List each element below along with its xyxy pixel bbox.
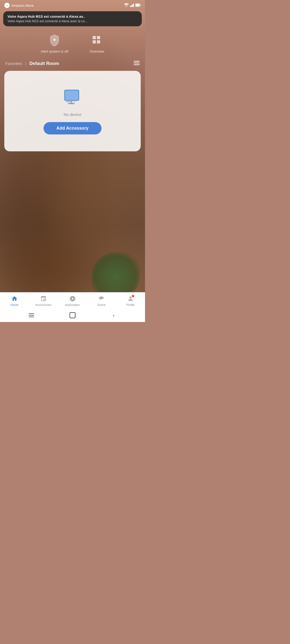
svg-rect-12 xyxy=(134,61,140,62)
nav-accessories[interactable]: Accessories xyxy=(35,295,52,306)
back-chevron-icon: ‹ xyxy=(113,313,114,318)
nav-profile[interactable]: Profile xyxy=(122,295,139,306)
wifi-icon xyxy=(124,3,129,8)
nav-home[interactable]: Home xyxy=(6,295,23,306)
room-menu-icon[interactable] xyxy=(134,60,140,67)
bottom-nav: Home Accessories Automation Scene xyxy=(0,292,145,309)
svg-point-22 xyxy=(69,101,70,102)
nav-automation[interactable]: Automation xyxy=(64,295,81,306)
no-device-text: No device xyxy=(64,112,82,117)
svg-point-21 xyxy=(68,101,69,102)
home-icon xyxy=(11,295,18,302)
notification-card[interactable]: Votre Aqara Hub M1S est connecté à Alexa… xyxy=(3,11,142,26)
svg-point-7 xyxy=(53,39,56,41)
add-accessory-button[interactable]: Add Accessory xyxy=(44,122,102,134)
svg-rect-14 xyxy=(134,64,140,65)
recent-apps-button[interactable] xyxy=(27,311,35,319)
signal-icon xyxy=(130,3,134,8)
svg-rect-18 xyxy=(68,103,75,104)
accessories-label: Accessories xyxy=(35,303,51,306)
home-label: Home xyxy=(10,303,18,306)
current-room: Default Room xyxy=(30,61,130,66)
alexa-logo: ○ xyxy=(4,3,10,8)
svg-rect-3 xyxy=(133,3,134,7)
status-bar: ○ Amazon Alexa xyxy=(0,0,145,10)
svg-rect-16 xyxy=(65,91,78,100)
status-bar-right xyxy=(124,3,141,8)
svg-point-20 xyxy=(67,101,67,102)
device-card: No device Add Accessory xyxy=(4,71,141,151)
favorites-tab[interactable]: Favorites xyxy=(5,61,22,66)
svg-rect-1 xyxy=(131,5,132,7)
notification-subtitle: Votre Aqara Hub M1S est connecté à Alexa… xyxy=(8,19,137,23)
automation-label: Automation xyxy=(65,303,80,306)
profile-icon xyxy=(127,295,134,302)
overview-label: Overview xyxy=(90,49,104,53)
device-icon xyxy=(62,88,83,107)
alert-system-item[interactable]: Alert system is off xyxy=(41,33,68,53)
app-name: Amazon Alexa xyxy=(11,3,34,8)
alert-system-icon xyxy=(48,33,61,47)
scene-icon xyxy=(98,295,105,302)
svg-rect-8 xyxy=(93,36,96,39)
accessories-icon xyxy=(40,295,47,302)
scene-label: Scene xyxy=(97,303,106,306)
automation-icon xyxy=(69,295,76,302)
quick-actions: Alert system is off Overview xyxy=(0,28,145,58)
svg-rect-6 xyxy=(136,4,139,6)
svg-rect-11 xyxy=(97,40,100,43)
svg-rect-19 xyxy=(66,101,76,102)
room-nav: Favorites | Default Room xyxy=(0,58,145,69)
notification-title: Votre Aqara Hub M1S est connecté à Alexa… xyxy=(8,14,137,19)
nav-scene[interactable]: Scene xyxy=(93,295,110,306)
home-button[interactable] xyxy=(68,311,77,319)
overview-item[interactable]: Overview xyxy=(90,33,104,53)
status-bar-left: ○ Amazon Alexa xyxy=(4,3,34,8)
svg-rect-5 xyxy=(140,4,141,6)
svg-rect-0 xyxy=(130,6,131,7)
battery-icon xyxy=(135,3,141,8)
back-button[interactable]: ‹ xyxy=(110,311,118,319)
system-nav-bar: ‹ xyxy=(0,309,145,322)
nav-divider: | xyxy=(25,61,26,66)
svg-rect-2 xyxy=(132,4,133,7)
svg-rect-9 xyxy=(97,36,100,39)
profile-label: Profile xyxy=(126,303,135,306)
alert-system-label: Alert system is off xyxy=(41,49,68,53)
overview-icon xyxy=(90,33,104,47)
svg-rect-13 xyxy=(134,63,140,64)
svg-rect-10 xyxy=(93,40,96,43)
